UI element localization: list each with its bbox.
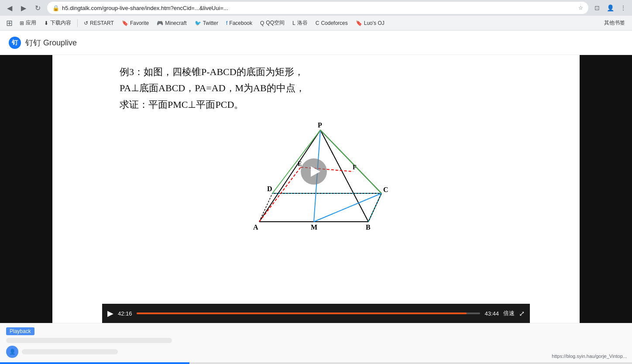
bottom-scrollbar[interactable] [0, 362, 632, 364]
twitter-icon: 🐦 [195, 20, 201, 26]
playback-section: Playback 👤 [0, 323, 632, 364]
forward-button[interactable]: ▶ [17, 2, 30, 14]
total-time: 43:44 [484, 310, 499, 317]
problem-line3: 求证：平面PMC⊥平面PCD。 [120, 96, 305, 113]
other-bookmarks[interactable]: 其他书签 [601, 18, 629, 28]
problem-line2: PA⊥底面ABCD，PA=AD，M为AB的中点， [120, 80, 305, 96]
facebook-label: Facebook [229, 20, 252, 26]
right-black-panel [580, 55, 632, 323]
bookmark-qq[interactable]: Q QQ空间 [257, 18, 288, 28]
qq-label: QQ空间 [266, 19, 285, 27]
bottom-url: https://blog.syin.hau/gorje_Vintop... [552, 354, 627, 359]
svg-text:E: E [298, 161, 302, 167]
restart-label: RESTART [90, 20, 114, 26]
bookmark-luo-oj[interactable]: 🔖 Luo's OJ [352, 19, 388, 27]
video-wrapper: 例3：如图，四棱锥P-ABCD的底面为矩形， PA⊥底面ABCD，PA=AD，M… [0, 55, 632, 323]
star-icon[interactable]: ☆ [578, 5, 583, 11]
bookmark-restart[interactable]: ↺ RESTART [80, 19, 117, 27]
svg-text:M: M [311, 223, 317, 231]
svg-line-15 [259, 167, 301, 222]
lock-icon: 🔒 [52, 5, 59, 11]
geometry-svg: P A B C D M E F [233, 121, 399, 244]
favorite-label: Favorite [130, 20, 149, 26]
luo-oj-label: Luo's OJ [364, 20, 385, 26]
bookmark-facebook[interactable]: f Facebook [223, 19, 256, 27]
bookmark-twitter[interactable]: 🐦 Twitter [191, 19, 222, 27]
dingtalk-header: 钉 钉钉 Grouplive [0, 31, 632, 55]
luogu-icon: L [292, 20, 295, 26]
svg-text:C: C [383, 186, 388, 193]
video-controls: ▶ 42:16 43:44 倍速 ⤢ [102, 304, 530, 323]
left-black-panel [0, 55, 52, 323]
nav-buttons: ◀ ▶ ↻ [3, 2, 44, 14]
luogu-label: 洛谷 [297, 19, 308, 27]
codeforces-icon: C [316, 20, 319, 26]
refresh-button[interactable]: ↻ [31, 2, 44, 14]
separator1 [77, 19, 78, 27]
problem-line1: 例3：如图，四棱锥P-ABCD的底面为矩形， [120, 64, 305, 80]
playback-avatar: 👤 [6, 346, 18, 358]
playback-item-2: 👤 [6, 346, 626, 358]
facebook-icon: f [226, 20, 227, 26]
extensions-icon[interactable]: ⊡ [592, 3, 602, 13]
bookmark-download[interactable]: ⬇ 下载内容 [41, 18, 75, 28]
video-player: 例3：如图，四棱锥P-ABCD的底面为矩形， PA⊥底面ABCD，PA=AD，M… [102, 55, 530, 323]
toolbar-icons: ⊡ 👤 ⋮ [592, 3, 629, 13]
math-content: 例3：如图，四棱锥P-ABCD的底面为矩形， PA⊥底面ABCD，PA=AD，M… [102, 55, 530, 304]
title-bar: ◀ ▶ ↻ 🔒 h5.dingtalk.com/group-live-share… [0, 0, 632, 16]
download-icon: ⬇ [44, 20, 48, 26]
apps-grid-icon[interactable]: ⊞ [3, 17, 15, 29]
problem-text: 例3：如图，四棱锥P-ABCD的底面为矩形， PA⊥底面ABCD，PA=AD，M… [120, 64, 305, 113]
scrollbar-fill [0, 362, 189, 364]
menu-icon[interactable]: ⋮ [618, 3, 629, 13]
logo-text: 钉 [12, 39, 18, 47]
luo-oj-icon: 🔖 [356, 20, 362, 26]
bookmark-luogu[interactable]: L 洛谷 [289, 18, 311, 28]
apps-icon: ⊞ [20, 20, 24, 26]
page-content: 钉 钉钉 Grouplive 例3：如图，四棱锥P-ABCD的底面为矩形， PA… [0, 31, 632, 364]
minecraft-icon: 🎮 [157, 20, 163, 26]
svg-text:P: P [318, 121, 322, 129]
svg-line-12 [320, 130, 381, 193]
bookmark-apps[interactable]: ⊞ 应用 [16, 18, 40, 28]
playback-text-2 [22, 349, 118, 354]
favorite-icon: 🔖 [122, 20, 128, 26]
playback-text-1 [6, 338, 172, 343]
progress-bar[interactable] [137, 312, 481, 314]
play-button[interactable]: ▶ [107, 309, 113, 318]
bookmark-favorite[interactable]: 🔖 Favorite [118, 19, 152, 27]
restart-icon: ↺ [84, 20, 88, 26]
svg-text:B: B [366, 223, 371, 231]
dingtalk-logo: 钉 [9, 37, 21, 49]
fullscreen-button[interactable]: ⤢ [519, 309, 525, 318]
svg-text:A: A [253, 223, 258, 231]
progress-fill [137, 312, 467, 314]
url-text: h5.dingtalk.com/group-live-share/index.h… [62, 5, 576, 11]
address-bar[interactable]: 🔒 h5.dingtalk.com/group-live-share/index… [47, 2, 588, 14]
svg-line-3 [320, 130, 368, 222]
back-button[interactable]: ◀ [3, 2, 16, 14]
dingtalk-title: 钉钉 Grouplive [25, 38, 77, 48]
geometry-diagram: P A B C D M E F [120, 121, 512, 244]
video-screen[interactable]: 例3：如图，四棱锥P-ABCD的底面为矩形， PA⊥底面ABCD，PA=AD，M… [102, 55, 530, 304]
svg-text:F: F [353, 164, 357, 171]
bookmarks-bar: ⊞ ⊞ 应用 ⬇ 下载内容 ↺ RESTART 🔖 Favorite 🎮 Min… [0, 16, 632, 31]
qq-icon: Q [260, 20, 264, 26]
apps-label: 应用 [26, 19, 36, 27]
bookmark-codeforces[interactable]: C Codeforces [312, 19, 351, 27]
video-area: 例3：如图，四棱锥P-ABCD的底面为矩形， PA⊥底面ABCD，PA=AD，M… [0, 55, 632, 364]
browser-frame: ◀ ▶ ↻ 🔒 h5.dingtalk.com/group-live-share… [0, 0, 632, 31]
svg-line-11 [314, 193, 381, 222]
codeforces-label: Codeforces [321, 20, 347, 26]
playback-badge: Playback [6, 327, 34, 335]
minecraft-label: Minecraft [165, 20, 186, 26]
bookmark-minecraft[interactable]: 🎮 Minecraft [153, 19, 190, 27]
svg-text:D: D [267, 185, 272, 192]
profile-icon[interactable]: 👤 [605, 3, 615, 13]
current-time: 42:16 [118, 310, 132, 317]
speed-button[interactable]: 倍速 [503, 309, 515, 317]
twitter-label: Twitter [203, 20, 218, 26]
playback-item-1 [6, 338, 626, 343]
download-label: 下载内容 [50, 19, 71, 27]
